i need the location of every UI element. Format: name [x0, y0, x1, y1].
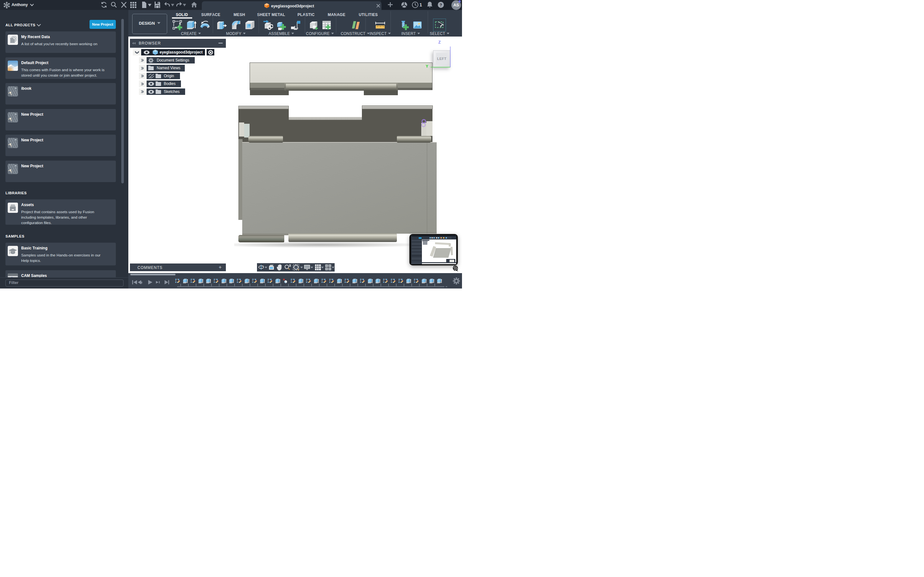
svg-text:?: ?: [439, 3, 442, 7]
